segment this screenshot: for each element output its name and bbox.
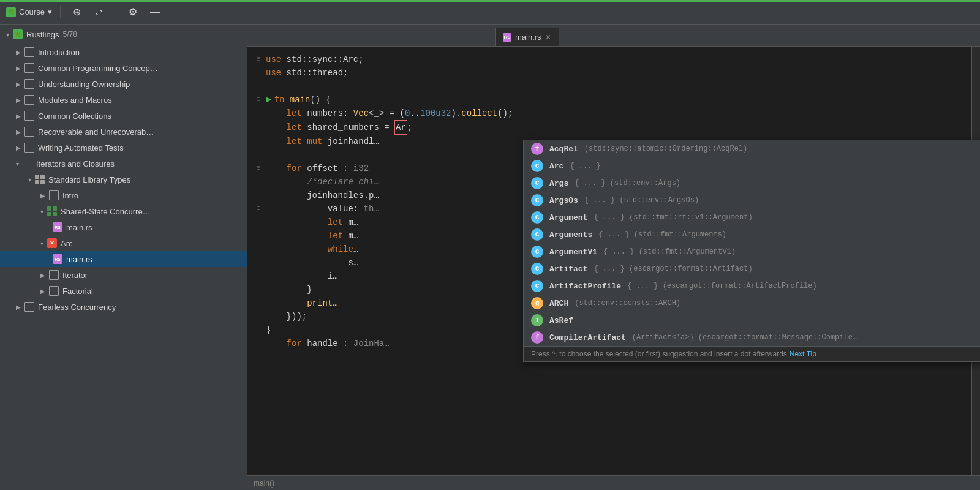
sidebar-item-stdlib[interactable]: ▾ Standard Library Types bbox=[0, 172, 247, 187]
sidebar: ▾ 🌿 Rustlings 5/78 ▶ Introduction ▶ Comm… bbox=[0, 24, 247, 490]
sidebar-item-iterator[interactable]: ▶ Iterator bbox=[0, 267, 247, 283]
badge-g-arch: g bbox=[531, 297, 543, 309]
editor-area: RS main.rs ✕ ⊟ use std::sync::Arc; ⊟ use… bbox=[247, 24, 980, 490]
tests-chevron: ▶ bbox=[16, 145, 21, 151]
modules-chevron: ▶ bbox=[16, 97, 21, 104]
autocomplete-item-artifact[interactable]: C Artifact { ... } (escargot::format::Ar… bbox=[524, 260, 980, 277]
sidebar-item-common-programming[interactable]: ▶ Common Programming Concep… bbox=[0, 60, 247, 76]
factorial-folder-icon bbox=[49, 286, 59, 296]
fearless-chevron: ▶ bbox=[16, 304, 21, 311]
sidebar-item-modules[interactable]: ▶ Modules and Macros bbox=[0, 92, 247, 108]
tab-close-button[interactable]: ✕ bbox=[545, 33, 551, 42]
root-label: Rustlings bbox=[26, 30, 59, 39]
course-chevron: ▾ bbox=[48, 7, 52, 17]
stdlib-chevron: ▾ bbox=[28, 176, 31, 183]
autocomplete-item-argumentv1[interactable]: C ArgumentV1 { ... } (std::fmt::Argument… bbox=[524, 243, 980, 260]
file-rs-icon-1: RS bbox=[53, 222, 62, 232]
course-logo[interactable]: 🌿 Course ▾ bbox=[6, 7, 52, 17]
next-tip-button[interactable]: Next Tip bbox=[790, 350, 816, 358]
autocomplete-item-compilerartifact[interactable]: f CompilerArtifact (Artifact<'a>) (escar… bbox=[524, 329, 980, 346]
intro-folder-icon bbox=[24, 47, 34, 57]
sidebar-item-intro[interactable]: ▶ Intro bbox=[0, 187, 247, 203]
autocomplete-item-argument[interactable]: C Argument { ... } (std::fmt::rt::v1::Ar… bbox=[524, 209, 980, 226]
fearless-label: Fearless Concurrency bbox=[38, 303, 116, 312]
badge-f-compilerartifact: f bbox=[531, 331, 543, 344]
ownership-chevron: ▶ bbox=[16, 81, 21, 88]
sidebar-item-shared-state[interactable]: ▾ Shared-State Concurre… bbox=[0, 203, 247, 219]
toolbar: 🌿 Course ▾ ⊕ ⇌ ⚙ — bbox=[0, 0, 980, 24]
autocomplete-item-argsos[interactable]: C ArgsOs { ... } (std::env::ArgsOs) bbox=[524, 192, 980, 209]
iterator-chevron: ▶ bbox=[40, 272, 45, 279]
sidebar-item-iterators[interactable]: ▾ Iterators and Closures bbox=[0, 156, 247, 172]
fold-btn-1[interactable]: ⊟ bbox=[254, 55, 263, 64]
code-line-5: ⊟ let numbers: Vec<_> = (0..100u32).coll… bbox=[247, 107, 980, 120]
intro2-folder-icon bbox=[49, 190, 59, 200]
stdlib-label: Standard Library Types bbox=[48, 175, 130, 184]
shared-chevron: ▾ bbox=[40, 208, 43, 215]
tab-filename: main.rs bbox=[515, 32, 541, 42]
cp-chevron: ▶ bbox=[16, 65, 21, 72]
logo-icon: 🌿 bbox=[6, 7, 16, 17]
iterators-folder-icon bbox=[23, 159, 32, 168]
autocomplete-item-arch[interactable]: g ARCH (std::env::consts::ARCH) bbox=[524, 295, 980, 312]
split-button[interactable]: ⇌ bbox=[91, 4, 108, 21]
autocomplete-dropdown[interactable]: f AcqRel (std::sync::atomic::Ordering::A… bbox=[523, 140, 980, 362]
ownership-label: Understanding Ownership bbox=[38, 80, 130, 89]
fold-btn-12[interactable]: ⊟ bbox=[254, 204, 263, 214]
course-label: Course bbox=[19, 7, 45, 17]
modules-folder-icon bbox=[24, 95, 34, 105]
iterators-label: Iterators and Closures bbox=[36, 159, 115, 168]
intro-chevron: ▶ bbox=[16, 49, 21, 56]
progress-text: 5/78 bbox=[62, 30, 77, 39]
cp-label: Common Programming Concep… bbox=[38, 64, 158, 73]
sidebar-item-tests[interactable]: ▶ Writing Automated Tests bbox=[0, 140, 247, 156]
collections-chevron: ▶ bbox=[16, 113, 21, 119]
badge-c-artifactprofile: C bbox=[531, 280, 543, 292]
autocomplete-item-arc[interactable]: C Arc { ... } bbox=[524, 157, 980, 175]
sidebar-item-collections[interactable]: ▶ Common Collections bbox=[0, 108, 247, 124]
code-line-6: ⊟ let shared_numbers = Ar; bbox=[247, 120, 980, 135]
toolbar-separator bbox=[60, 6, 61, 18]
exec-arrow: ▶ bbox=[266, 93, 272, 107]
sidebar-item-fearless[interactable]: ▶ Fearless Concurrency bbox=[0, 299, 247, 315]
sidebar-item-factorial[interactable]: ▶ Factorial bbox=[0, 283, 247, 299]
sidebar-item-introduction[interactable]: ▶ Introduction bbox=[0, 44, 247, 60]
iterator-label: Iterator bbox=[62, 271, 88, 280]
badge-c-artifact: C bbox=[531, 263, 543, 275]
recoverable-label: Recoverable and Unrecoverab… bbox=[38, 127, 154, 137]
shared-label: Shared-State Concurre… bbox=[61, 207, 151, 216]
ownership-folder-icon bbox=[24, 79, 34, 89]
arc-icon: ✕ bbox=[47, 238, 57, 248]
intro-label: Introduction bbox=[38, 48, 80, 57]
autocomplete-item-args[interactable]: C Args { ... } (std::env::Args) bbox=[524, 175, 980, 192]
sidebar-root[interactable]: ▾ 🌿 Rustlings 5/78 bbox=[0, 24, 247, 44]
sidebar-item-main-rs-1[interactable]: RS main.rs bbox=[0, 219, 247, 235]
arc-label: Arc bbox=[61, 239, 73, 248]
fold-btn-9[interactable]: ⊟ bbox=[254, 164, 263, 173]
minimize-button[interactable]: — bbox=[146, 4, 164, 21]
sidebar-item-ownership[interactable]: ▶ Understanding Ownership bbox=[0, 76, 247, 92]
autocomplete-item-acqrel[interactable]: f AcqRel (std::sync::atomic::Ordering::A… bbox=[524, 140, 980, 157]
factorial-label: Factorial bbox=[62, 287, 93, 296]
autocomplete-item-artifactprofile[interactable]: C ArtifactProfile { ... } (escargot::for… bbox=[524, 277, 980, 295]
settings-button[interactable]: ⚙ bbox=[124, 4, 141, 21]
root-icon: 🌿 bbox=[13, 29, 23, 39]
iterator-folder-icon bbox=[49, 270, 59, 280]
add-button[interactable]: ⊕ bbox=[69, 4, 86, 21]
toolbar-separator-2 bbox=[116, 6, 116, 18]
tab-main-rs[interactable]: RS main.rs ✕ bbox=[495, 28, 559, 46]
modules-label: Modules and Macros bbox=[38, 96, 112, 105]
sidebar-item-arc[interactable]: ▾ ✕ Arc bbox=[0, 235, 247, 251]
sidebar-item-main-rs-2[interactable]: RS main.rs bbox=[0, 251, 247, 267]
autocomplete-item-asref[interactable]: I AsRef bbox=[524, 312, 980, 329]
collections-label: Common Collections bbox=[38, 111, 111, 121]
autocomplete-item-arguments[interactable]: C Arguments { ... } (std::fmt::Arguments… bbox=[524, 226, 980, 243]
badge-c-arc: C bbox=[531, 160, 543, 172]
sidebar-item-recoverable[interactable]: ▶ Recoverable and Unrecoverab… bbox=[0, 124, 247, 140]
fold-btn-4[interactable]: ⊟ bbox=[254, 95, 263, 105]
tests-label: Writing Automated Tests bbox=[38, 143, 124, 153]
file-rs-icon-2: RS bbox=[53, 254, 62, 264]
tests-folder-icon bbox=[24, 143, 34, 153]
tab-bar: RS main.rs ✕ bbox=[247, 24, 980, 47]
badge-c-argsos: C bbox=[531, 194, 543, 206]
